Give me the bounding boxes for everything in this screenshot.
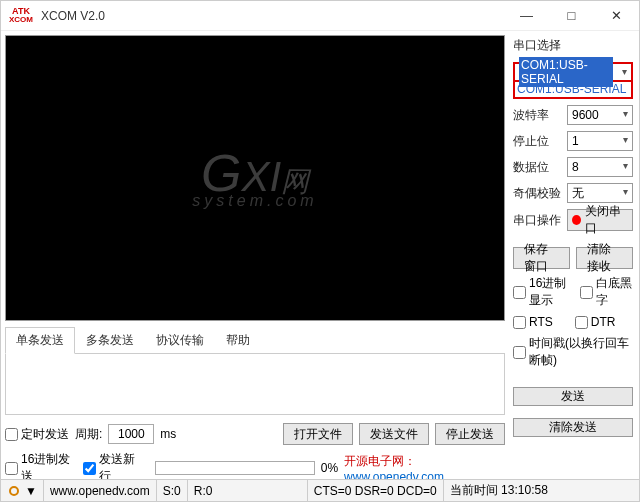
baud-label: 波特率 [513, 107, 561, 124]
send-textarea[interactable] [5, 353, 505, 415]
baud-select[interactable]: 9600 [567, 105, 633, 125]
status-indicator: ▼ [1, 480, 44, 501]
watermark: GXI网 system.com [192, 147, 317, 209]
op-label: 串口操作 [513, 212, 561, 229]
clear-recv-button[interactable]: 清除接收 [576, 247, 633, 269]
titlebar: ATKXCOM XCOM V2.0 — □ ✕ [1, 1, 639, 31]
tab-help[interactable]: 帮助 [215, 327, 261, 354]
status-recv: R:0 [188, 480, 308, 501]
send-button[interactable]: 发送 [513, 387, 633, 406]
check-white-black[interactable]: 白底黑字 [580, 275, 633, 309]
check-hex-display[interactable]: 16进制显示 [513, 275, 576, 309]
stop-select[interactable]: 1 [567, 131, 633, 151]
clear-send-button[interactable]: 清除发送 [513, 418, 633, 437]
minimize-button[interactable]: — [504, 1, 549, 31]
tab-single-send[interactable]: 单条发送 [5, 327, 75, 354]
parity-label: 奇偶校验 [513, 185, 561, 202]
tab-protocol[interactable]: 协议传输 [145, 327, 215, 354]
statusbar: ▼ www.openedv.com S:0 R:0 CTS=0 DSR=0 DC… [1, 479, 639, 501]
port-select[interactable]: COM1:USB-SERIAL [513, 62, 633, 82]
data-select[interactable]: 8 [567, 157, 633, 177]
progress-bar [155, 461, 314, 475]
record-icon [572, 215, 581, 225]
stop-send-button[interactable]: 停止发送 [435, 423, 505, 445]
status-dot-icon [9, 486, 19, 496]
check-dtr[interactable]: DTR [575, 315, 616, 329]
status-sent: S:0 [157, 480, 188, 501]
check-timed-send[interactable]: 定时发送 [5, 426, 69, 443]
app-icon: ATKXCOM [7, 5, 35, 27]
tab-multi-send[interactable]: 多条发送 [75, 327, 145, 354]
progress-percent: 0% [321, 461, 338, 475]
maximize-button[interactable]: □ [549, 1, 594, 31]
check-timestamp[interactable]: 时间戳(以换行回车断帧) [513, 335, 633, 369]
terminal-output[interactable]: GXI网 system.com [5, 35, 505, 321]
data-label: 数据位 [513, 159, 561, 176]
status-time: 当前时间 13:10:58 [444, 480, 554, 501]
open-file-button[interactable]: 打开文件 [283, 423, 353, 445]
send-file-button[interactable]: 发送文件 [359, 423, 429, 445]
period-label: 周期: [75, 426, 102, 443]
status-site[interactable]: www.openedv.com [44, 480, 157, 501]
check-rts[interactable]: RTS [513, 315, 553, 329]
send-tabs: 单条发送 多条发送 协议传输 帮助 [5, 327, 505, 354]
status-lines: CTS=0 DSR=0 DCD=0 [308, 480, 444, 501]
port-group-label: 串口选择 [513, 37, 633, 54]
stop-label: 停止位 [513, 133, 561, 150]
close-button[interactable]: ✕ [594, 1, 639, 31]
window-title: XCOM V2.0 [41, 9, 504, 23]
port-toggle-button[interactable]: 关闭串口 [567, 209, 633, 231]
save-window-button[interactable]: 保存窗口 [513, 247, 570, 269]
parity-select[interactable]: 无 [567, 183, 633, 203]
period-unit: ms [160, 427, 176, 441]
period-input[interactable] [108, 424, 154, 444]
